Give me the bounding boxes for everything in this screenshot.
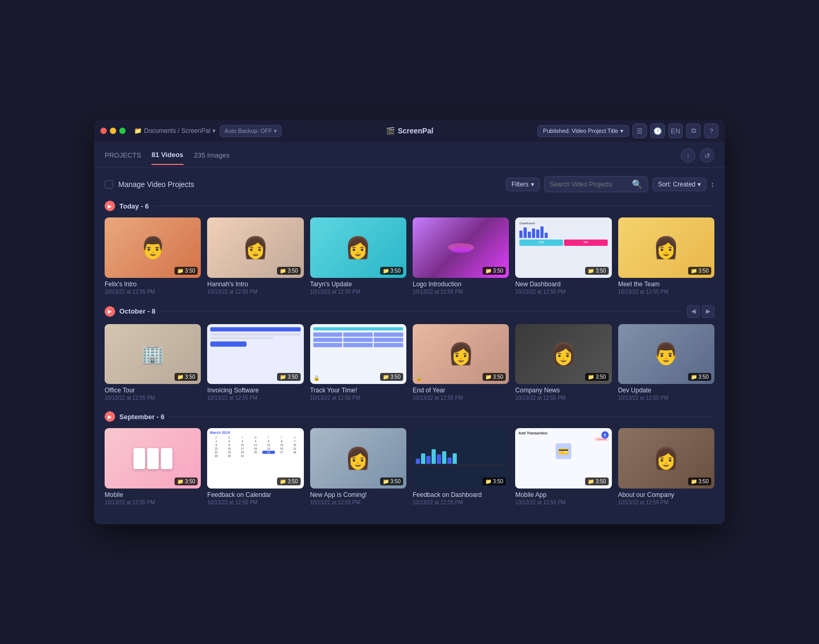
traffic-lights xyxy=(100,128,126,134)
video-name: Track Your Time! xyxy=(310,387,406,394)
published-dropdown[interactable]: Published: Video Project Title ▾ xyxy=(537,125,629,137)
video-info: Company News 10/13/22 at 12:55 PM xyxy=(515,384,611,401)
video-info: Feedback on Dashboard 10/13/22 at 12:55 … xyxy=(413,489,509,505)
video-info: Feedback on Calendar 10/13/22 at 12:55 P… xyxy=(207,489,303,505)
refresh-button[interactable]: ↺ xyxy=(700,148,714,163)
folder-icon: 📁 xyxy=(691,268,697,274)
tab-videos[interactable]: 81 Videos xyxy=(151,151,183,165)
video-date: 10/13/22 at 12:55 PM xyxy=(515,289,611,295)
video-date: 10/13/22 at 12:55 PM xyxy=(207,500,303,505)
video-name: Invoicing Software xyxy=(207,387,303,394)
video-date: 10/13/22 at 12:55 PM xyxy=(207,395,303,401)
close-button[interactable] xyxy=(100,128,107,134)
section-toggle-september[interactable]: ▶ xyxy=(105,411,115,422)
manage-bar: Manage Video Projects Filters ▾ 🔍 Sort: … xyxy=(105,176,714,192)
video-duration: 📁 3:50 xyxy=(277,373,300,381)
folder-icon: 📁 xyxy=(691,479,697,484)
language-button[interactable]: EN xyxy=(668,123,683,138)
file-path[interactable]: 📁 Documents / ScreenPal ▾ xyxy=(134,127,216,134)
sort-button[interactable]: Sort: Created ▾ xyxy=(652,178,707,191)
video-thumbnail: 👩 🔒 📁 3:50 xyxy=(413,324,509,385)
video-date: 10/13/22 at 12:55 PM xyxy=(207,289,303,295)
video-date: 10/13/22 at 12:55 PM xyxy=(310,395,406,401)
video-card[interactable]: 🏢 📁 3:50 Office Tour 10/13/22 at 12:55 P… xyxy=(105,324,201,401)
video-name: New Dashboard xyxy=(515,281,611,288)
video-thumbnail: 📁 3:50 xyxy=(105,428,201,489)
upload-button[interactable]: ↑ xyxy=(681,148,695,163)
video-info: End of Year 10/13/22 at 12:55 PM xyxy=(413,384,509,401)
video-card[interactable]: 📁 3:50 Mobile 10/13/22 at 12:55 PM xyxy=(105,428,201,505)
folder-icon: 📁 xyxy=(280,374,286,380)
video-card[interactable]: 👩 📁 3:50 Hannah's Intro 10/13/22 at 12:5… xyxy=(207,217,303,295)
search-input[interactable] xyxy=(550,181,629,188)
section-title-today: Today - 6 xyxy=(119,202,149,210)
video-card[interactable]: 🔒 📁 3:50 Track Your Time! 10/13/22 at 12… xyxy=(310,324,406,401)
video-card[interactable]: 👨 📁 3:50 Felix's Intro 10/13/22 at 12:55… xyxy=(105,217,201,295)
video-thumbnail: 👨 📁 3:50 xyxy=(618,324,714,385)
minimize-button[interactable] xyxy=(110,128,116,134)
folder-icon: 📁 xyxy=(691,374,697,380)
video-info: Felix's Intro 10/13/22 at 12:55 PM xyxy=(105,278,201,295)
select-all-checkbox[interactable] xyxy=(105,180,113,189)
video-name: Feedback on Calendar xyxy=(207,491,303,498)
video-duration: 📁 3:50 xyxy=(483,267,506,275)
auto-backup-toggle[interactable]: Auto Backup: OFF ▾ xyxy=(220,125,281,137)
menu-icon[interactable]: ☰ xyxy=(632,123,647,138)
video-info: Meet the Team 10/13/22 at 12:55 PM xyxy=(618,278,714,295)
tab-projects[interactable]: PROJECTS xyxy=(105,151,141,164)
filters-button[interactable]: Filters ▾ xyxy=(506,178,540,191)
video-card[interactable]: 📁 3:50 Feedback on Dashboard 10/13/22 at… xyxy=(413,428,509,505)
chevron-down-icon: ▾ xyxy=(620,128,623,134)
sort-direction-button[interactable]: ↕ xyxy=(711,180,714,189)
section-header-october: ▶ October - 8 ◀ ▶ xyxy=(105,305,714,318)
video-card[interactable]: 👨 📁 3:50 Dev Update 10/13/22 at 12:55 PM xyxy=(618,324,714,401)
video-date: 10/13/22 at 12:55 PM xyxy=(413,500,509,505)
video-card[interactable]: 👩 📁 3:50 Company News 10/13/22 at 12:55 … xyxy=(515,324,611,401)
video-date: 10/13/22 at 12:55 PM xyxy=(515,500,611,505)
folder-icon: 📁 xyxy=(383,268,389,274)
video-info: About our Company 10/13/22 at 12:55 PM xyxy=(618,489,714,505)
chevron-down-icon: ▾ xyxy=(212,127,216,134)
video-card[interactable]: 👩 🔒 📁 3:50 End of Year 10/13/22 at 12:55… xyxy=(413,324,509,401)
video-card[interactable]: 📁 3:50 Invoicing Software 10/13/22 at 12… xyxy=(207,324,303,401)
chevron-down-icon: ▾ xyxy=(531,181,534,188)
video-card[interactable]: Add TransactionCancel💳5 📁 3:50 Mobile Ap… xyxy=(515,428,611,505)
video-thumbnail: 🏢 📁 3:50 xyxy=(105,324,201,385)
video-card[interactable]: 👩 📁 3:50 About our Company 10/13/22 at 1… xyxy=(618,428,714,505)
video-thumbnail: 🔒 📁 3:50 xyxy=(310,324,406,385)
tabs-bar: PROJECTS 81 Videos 235 Images ↑ ↺ xyxy=(94,142,725,168)
video-card[interactable]: 👩 📁 3:50 Meet the Team 10/13/22 at 12:55… xyxy=(618,217,714,295)
duration-text: 3:50 xyxy=(288,374,298,380)
video-info: Dev Update 10/13/22 at 12:55 PM xyxy=(618,384,714,401)
titlebar: 📁 Documents / ScreenPal ▾ Auto Backup: O… xyxy=(94,120,725,142)
chevron-down-icon: ▾ xyxy=(698,181,701,188)
manage-actions: Filters ▾ 🔍 Sort: Created ▾ ↕ xyxy=(506,176,714,192)
section-title-september: September - 6 xyxy=(119,413,165,421)
maximize-button[interactable] xyxy=(119,128,126,134)
video-duration: 📁 3:50 xyxy=(688,477,711,485)
video-duration: 📁 3:50 xyxy=(483,373,506,381)
tab-images[interactable]: 235 Images xyxy=(194,151,230,164)
section-nav: ◀ ▶ xyxy=(687,305,714,318)
folder-icon: 📁 xyxy=(485,374,492,380)
prev-arrow[interactable]: ◀ xyxy=(687,305,700,318)
video-date: 10/13/22 at 12:55 PM xyxy=(105,289,201,295)
video-card[interactable]: March 2019SMTWTFS12345678910111213141516… xyxy=(207,428,303,505)
video-card[interactable]: 📁 3:50 Logo Introduction 10/13/22 at 12:… xyxy=(413,217,509,295)
history-icon[interactable]: 🕐 xyxy=(650,123,665,138)
video-card[interactable]: Dashboard1200890 📁 3:50 New Dashboard 10… xyxy=(515,217,611,295)
video-card[interactable]: 👩 📁 3:50 Taryn's Update 10/13/22 at 12:5… xyxy=(310,217,406,295)
section-toggle-today[interactable]: ▶ xyxy=(105,201,115,211)
search-box: 🔍 xyxy=(544,176,648,192)
folder-icon: 📁 xyxy=(588,479,594,484)
help-icon[interactable]: ? xyxy=(704,123,719,138)
next-arrow[interactable]: ▶ xyxy=(702,305,714,318)
section-toggle-october[interactable]: ▶ xyxy=(105,306,115,317)
layers-icon[interactable]: ⧉ xyxy=(686,123,701,138)
duration-text: 3:50 xyxy=(288,479,298,484)
video-info: Invoicing Software 10/13/22 at 12:55 PM xyxy=(207,384,303,401)
video-date: 10/13/22 at 12:55 PM xyxy=(310,500,406,505)
duration-text: 3:50 xyxy=(185,374,195,380)
video-card[interactable]: 👩 📁 3:50 New App is Coming! 10/13/22 at … xyxy=(310,428,406,505)
video-name: Mobile App xyxy=(515,491,611,498)
